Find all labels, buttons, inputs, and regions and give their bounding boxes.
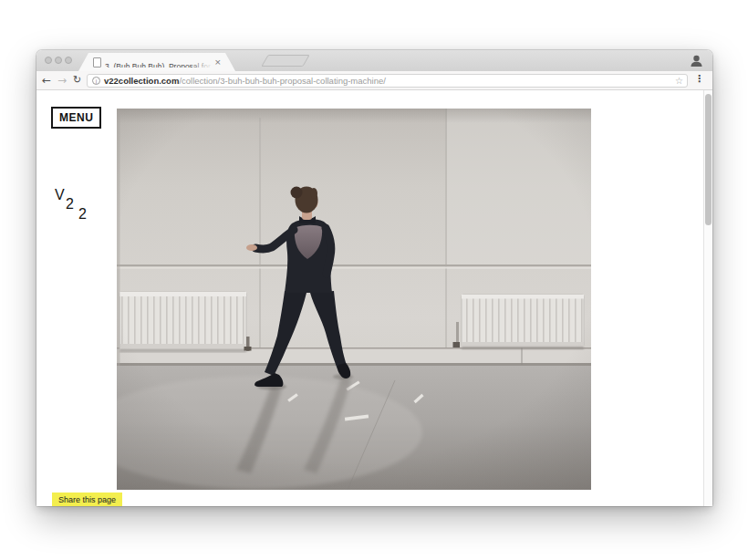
forward-button[interactable]: → [57, 73, 67, 88]
bookmark-star-icon[interactable]: ☆ [675, 75, 683, 87]
tab-close-icon[interactable]: × [214, 57, 222, 67]
new-tab-button[interactable] [261, 55, 310, 67]
person-silhouette-icon [690, 54, 703, 67]
logo-char-v: V [55, 187, 65, 203]
reload-icon: ↻ [73, 74, 81, 86]
minimize-window-button[interactable] [55, 57, 62, 64]
artwork-scene [117, 109, 591, 490]
menu-button[interactable]: MENU [51, 107, 101, 129]
tab-title-fade [189, 57, 213, 67]
url-path: /collection/3-buh-buh-buh-proposal-colla… [179, 76, 386, 86]
logo-char-2b: 2 [78, 206, 87, 223]
forward-icon: → [57, 74, 67, 87]
reload-button[interactable]: ↻ [73, 73, 81, 88]
page-info-icon[interactable]: i [92, 77, 100, 85]
browser-menu-button[interactable]: ⋮ [694, 73, 704, 85]
tab-title-wrap: 3, (Buh Buh Buh). Proposal for [105, 57, 213, 67]
scrollbar-thumb[interactable] [705, 94, 712, 225]
browser-window: 3, (Buh Buh Buh). Proposal for × ← → ↻ i… [36, 50, 712, 506]
browser-toolbar: ← → ↻ i v22collection.com/collection/3-b… [36, 71, 712, 90]
vignette [117, 109, 591, 490]
address-bar[interactable]: i v22collection.com/collection/3-buh-buh… [87, 74, 688, 88]
logo-char-2a: 2 [66, 196, 74, 213]
traffic-lights [45, 57, 72, 64]
share-this-page-link[interactable]: Share this page [52, 493, 122, 506]
back-button[interactable]: ← [42, 73, 51, 88]
back-icon: ← [42, 74, 51, 87]
close-window-button[interactable] [45, 57, 52, 64]
profile-avatar-icon[interactable] [690, 54, 703, 67]
zoom-window-button[interactable] [65, 57, 72, 64]
artwork-video-still[interactable] [117, 109, 591, 490]
scrollbar-track[interactable] [703, 90, 712, 506]
browser-tab[interactable]: 3, (Buh Buh Buh). Proposal for × [78, 53, 235, 71]
tab-strip: 3, (Buh Buh Buh). Proposal for × [36, 50, 712, 71]
url-domain: v22collection.com [104, 76, 179, 86]
page-content: MENU V 2 2 [36, 90, 712, 506]
v22-logo[interactable]: V 2 2 [55, 187, 109, 229]
page-document-icon [93, 57, 101, 67]
